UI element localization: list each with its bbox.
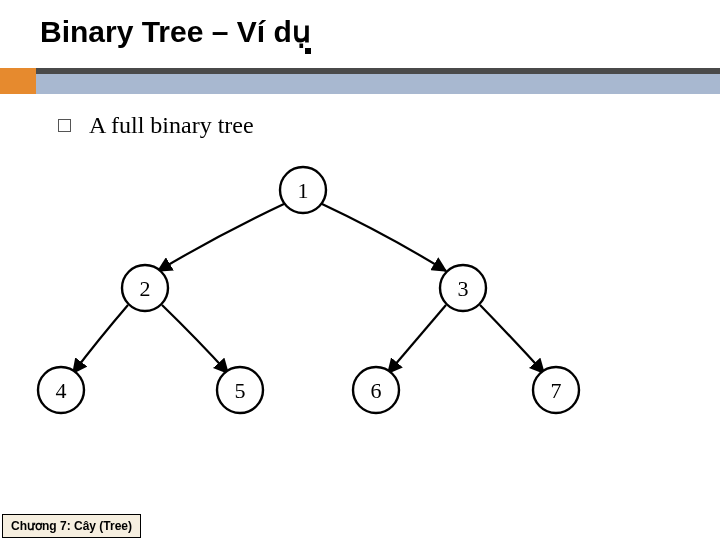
node-2: 2 [122, 265, 168, 311]
node-3: 3 [440, 265, 486, 311]
node-6-label: 6 [371, 378, 382, 403]
node-5: 5 [217, 367, 263, 413]
bullet-text: A full binary tree [89, 112, 254, 139]
footer: Chương 7: Cây (Tree) [2, 514, 141, 538]
node-7-label: 7 [551, 378, 562, 403]
tree-svg: 1 2 3 4 5 [28, 155, 588, 435]
node-6: 6 [353, 367, 399, 413]
bullet-icon [58, 119, 71, 132]
node-1: 1 [280, 167, 326, 213]
slide: Binary Tree – Ví dụ A full binary tree [0, 0, 720, 540]
node-2-label: 2 [140, 276, 151, 301]
node-5-label: 5 [235, 378, 246, 403]
tree-nodes: 1 2 3 4 5 [38, 167, 579, 413]
diacritic-dot [305, 48, 311, 54]
footer-text: Chương 7: Cây (Tree) [11, 519, 132, 533]
binary-tree-diagram: 1 2 3 4 5 [28, 155, 588, 435]
node-1-label: 1 [298, 178, 309, 203]
title-rule [0, 68, 720, 94]
node-7: 7 [533, 367, 579, 413]
node-3-label: 3 [458, 276, 469, 301]
node-4: 4 [38, 367, 84, 413]
node-4-label: 4 [56, 378, 67, 403]
accent-block [0, 68, 36, 94]
bullet-item: A full binary tree [58, 112, 254, 139]
slide-title: Binary Tree – Ví dụ [40, 14, 311, 49]
rule-blue [0, 74, 720, 94]
